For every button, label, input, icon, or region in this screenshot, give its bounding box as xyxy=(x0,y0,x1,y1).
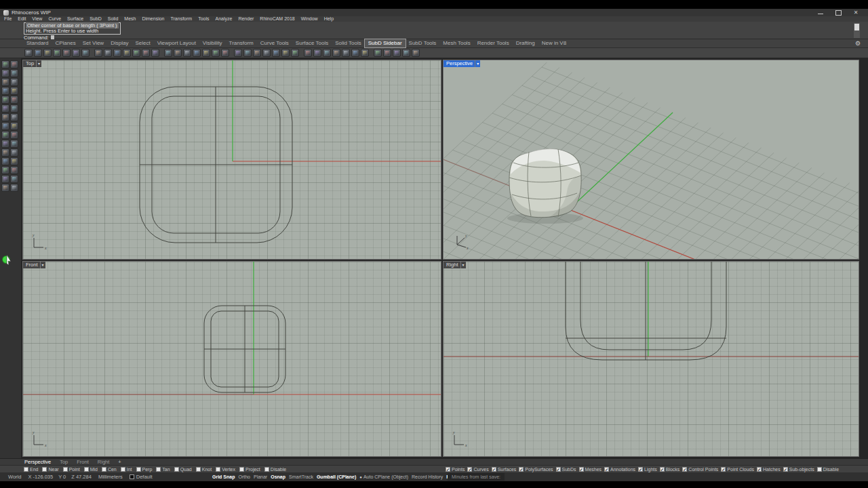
menu-tools[interactable]: Tools xyxy=(198,16,209,22)
toolbar-tab-select[interactable]: Select xyxy=(132,39,153,47)
chevron-down-icon[interactable]: ▾ xyxy=(40,262,44,268)
layer-pane[interactable]: Default xyxy=(130,474,153,480)
checkbox-blocks[interactable]: ✓ xyxy=(660,467,665,472)
toolbar-tab-surface-tools[interactable]: Surface Tools xyxy=(292,39,332,47)
toolbar-tab-standard[interactable]: Standard xyxy=(23,39,52,47)
sidebar-tool-icon[interactable] xyxy=(10,122,18,130)
sidebar-tool-icon[interactable] xyxy=(10,69,18,77)
subd-box-shaded[interactable] xyxy=(509,148,581,218)
toolbar-icon[interactable] xyxy=(43,49,52,57)
menu-analyze[interactable]: Analyze xyxy=(215,16,232,22)
status-toggle-auto-cplane-object[interactable]: ●Auto CPlane (Object) xyxy=(359,474,408,479)
viewport-label-top[interactable]: Top▾ xyxy=(23,60,41,67)
filter-surfaces[interactable]: ✓Surfaces xyxy=(492,467,517,472)
checkbox-point[interactable] xyxy=(63,467,68,472)
sidebar-tool-icon[interactable] xyxy=(1,96,9,104)
toolbar-tab-render-tools[interactable]: Render Tools xyxy=(474,39,513,47)
viewport-label-perspective[interactable]: Perspective▾ xyxy=(443,60,480,67)
viewport-front[interactable]: xy Front▾ xyxy=(22,261,441,457)
toolbar-tab-subd-tools[interactable]: SubD Tools xyxy=(406,39,440,47)
toolbar-tab-subd-sidebar[interactable]: SubD Sidebar xyxy=(365,39,406,47)
sidebar-tool-icon[interactable] xyxy=(1,166,9,174)
toolbar-icon[interactable] xyxy=(243,49,252,57)
status-toggle-planar[interactable]: Planar xyxy=(254,474,267,479)
filter-control-points[interactable]: ✓Control Points xyxy=(682,467,718,472)
toolbar-icon[interactable] xyxy=(142,49,150,57)
menu-render[interactable]: Render xyxy=(238,16,254,22)
menu-transform[interactable]: Transform xyxy=(171,16,193,22)
viewport-tab-top[interactable]: Top xyxy=(60,459,68,465)
toolbar-tab-drafting[interactable]: Drafting xyxy=(513,39,538,47)
osnap-vertex[interactable]: Vertex xyxy=(216,467,235,472)
toolbar-tab-visibility[interactable]: Visibility xyxy=(199,39,226,47)
osnap-int[interactable]: Int xyxy=(121,467,132,472)
toolbar-icon[interactable] xyxy=(332,49,340,57)
sidebar-tool-icon[interactable] xyxy=(10,78,18,86)
filter-blocks[interactable]: ✓Blocks xyxy=(660,467,680,472)
toolbar-icon[interactable] xyxy=(104,49,112,57)
sidebar-tool-icon[interactable] xyxy=(1,122,9,130)
checkbox-point-clouds[interactable]: ✓ xyxy=(721,467,726,472)
checkbox-annotations[interactable]: ✓ xyxy=(604,467,609,472)
toolbar-icon[interactable] xyxy=(221,49,229,57)
filter-annotations[interactable]: ✓Annotations xyxy=(604,467,635,472)
toolbar-icon[interactable] xyxy=(174,49,182,57)
viewport-tab-perspective[interactable]: Perspective xyxy=(24,459,51,465)
filter-subds[interactable]: ✓SubDs xyxy=(556,467,576,472)
chevron-down-icon[interactable]: ▾ xyxy=(475,60,479,67)
gear-icon[interactable]: ⚙ xyxy=(855,40,861,47)
toolbar-icon[interactable] xyxy=(113,49,121,57)
toolbar-tab-viewport-layout[interactable]: Viewport Layout xyxy=(154,39,199,47)
sidebar-tool-icon[interactable] xyxy=(10,104,18,113)
minimize-button[interactable] xyxy=(817,9,824,16)
checkbox-mid[interactable] xyxy=(84,467,89,472)
osnap-project[interactable]: Project xyxy=(239,467,260,472)
toolbar-icon[interactable] xyxy=(253,49,261,57)
checkbox-knot[interactable] xyxy=(196,467,201,472)
sidebar-tool-icon[interactable] xyxy=(1,140,9,148)
viewport-right[interactable]: xy Right▾ xyxy=(443,261,859,457)
right-viewport-canvas[interactable]: xy xyxy=(443,262,859,457)
menu-curve[interactable]: Curve xyxy=(48,16,61,22)
checkbox-surfaces[interactable]: ✓ xyxy=(492,467,496,472)
toolbar-icon[interactable] xyxy=(72,49,80,57)
osnap-near[interactable]: Near xyxy=(42,467,58,472)
status-toggle-osnap[interactable]: Osnap xyxy=(271,474,285,479)
viewport-label-right[interactable]: Right▾ xyxy=(443,262,466,268)
new-viewport-tab-button[interactable]: + xyxy=(118,459,121,465)
sidebar-tool-icon[interactable] xyxy=(1,60,9,68)
perspective-viewport-canvas[interactable]: xy xyxy=(443,60,859,260)
checkbox-lights[interactable]: ✓ xyxy=(638,467,643,472)
toolbar-icon[interactable] xyxy=(412,49,420,57)
toolbar-icon[interactable] xyxy=(193,49,201,57)
checkbox-tan[interactable] xyxy=(156,467,161,472)
filter-lights[interactable]: ✓Lights xyxy=(638,467,657,472)
toolbar-icon[interactable] xyxy=(291,49,299,57)
checkbox-meshes[interactable]: ✓ xyxy=(579,467,584,472)
osnap-disable[interactable]: Disable xyxy=(264,467,286,472)
chevron-down-icon[interactable]: ▾ xyxy=(460,262,465,268)
status-toggle-gumball-cplane[interactable]: Gumball (CPlane) xyxy=(317,474,356,479)
toolbar-icon[interactable] xyxy=(202,49,210,57)
checkbox-cen[interactable] xyxy=(102,467,106,472)
checkbox-hatches[interactable]: ✓ xyxy=(757,467,762,472)
osnap-point[interactable]: Point xyxy=(63,467,80,472)
command-area[interactable]: Other corner of base or length ( 3Point … xyxy=(0,22,868,39)
filter-polysurfaces[interactable]: ✓PolySurfaces xyxy=(519,467,553,472)
filter-meshes[interactable]: ✓Meshes xyxy=(579,467,602,472)
checkbox-project[interactable] xyxy=(239,467,244,472)
filter-disable[interactable]: Disable xyxy=(817,467,839,472)
sidebar-tool-icon[interactable] xyxy=(1,184,9,192)
viewport-tab-front[interactable]: Front xyxy=(77,459,89,465)
toolbar-tab-new-in-v8[interactable]: New in V8 xyxy=(538,39,570,47)
maximize-button[interactable] xyxy=(835,9,842,16)
toolbar-tab-mesh-tools[interactable]: Mesh Tools xyxy=(439,39,473,47)
osnap-mid[interactable]: Mid xyxy=(84,467,98,472)
toolbar-tab-set-view[interactable]: Set View xyxy=(79,39,107,47)
checkbox-polysurfaces[interactable]: ✓ xyxy=(519,467,524,472)
toolbar-icon[interactable] xyxy=(212,49,220,57)
sidebar-tool-icon[interactable] xyxy=(10,113,18,121)
cplane-button[interactable]: World xyxy=(8,474,21,480)
toolbar-icon[interactable] xyxy=(393,49,401,57)
viewport-top[interactable]: xy Top▾ xyxy=(22,60,441,260)
